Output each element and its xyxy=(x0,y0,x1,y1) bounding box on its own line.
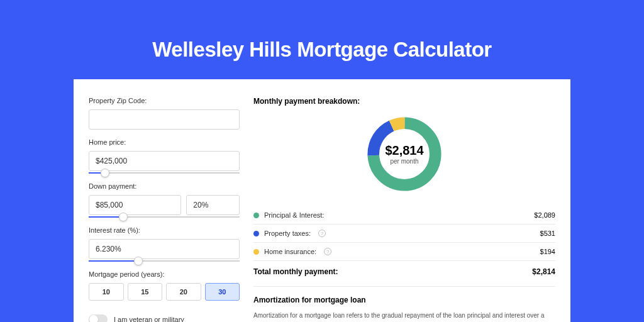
legend-label-insurance: Home insurance: xyxy=(264,248,316,255)
period-option-10[interactable]: 10 xyxy=(89,283,124,301)
interest-rate-slider[interactable] xyxy=(89,260,240,262)
home-price-slider[interactable] xyxy=(89,172,240,174)
veteran-toggle[interactable] xyxy=(89,314,108,322)
zip-label: Property Zip Code: xyxy=(89,97,240,104)
home-price-field: Home price: xyxy=(89,138,240,174)
legend-dot-principal xyxy=(253,213,259,218)
mortgage-period-field: Mortgage period (years): 10 15 20 30 xyxy=(89,270,240,301)
legend-row-principal: Principal & Interest: $2,089 xyxy=(253,206,555,224)
interest-rate-field: Interest rate (%): xyxy=(89,226,240,262)
down-payment-slider[interactable] xyxy=(89,216,240,218)
donut-center-value: $2,814 xyxy=(385,143,423,158)
down-payment-slider-thumb[interactable] xyxy=(119,213,128,221)
home-price-label: Home price: xyxy=(89,138,240,146)
total-value: $2,814 xyxy=(532,267,555,276)
veteran-toggle-knob xyxy=(89,315,98,322)
interest-rate-slider-thumb[interactable] xyxy=(134,257,143,265)
donut-center: $2,814 per month xyxy=(385,143,423,165)
period-option-15[interactable]: 15 xyxy=(128,283,163,301)
interest-rate-input[interactable] xyxy=(89,239,240,259)
home-price-input[interactable] xyxy=(89,151,240,171)
inputs-column: Property Zip Code: Home price: Down paym… xyxy=(89,97,240,322)
card-frame: Property Zip Code: Home price: Down paym… xyxy=(74,79,570,322)
breakdown-title: Monthly payment breakdown: xyxy=(253,97,555,106)
zip-field: Property Zip Code: xyxy=(89,97,240,130)
veteran-row: I am veteran or military xyxy=(89,314,240,322)
legend-value-principal: $2,089 xyxy=(534,211,555,219)
donut-chart: $2,814 per month xyxy=(253,113,555,195)
calculator-card: Property Zip Code: Home price: Down paym… xyxy=(74,79,570,322)
down-payment-amount-input[interactable] xyxy=(89,195,181,215)
home-price-slider-thumb[interactable] xyxy=(101,169,109,177)
amortization-body: Amortization for a mortgage loan refers … xyxy=(253,311,555,322)
info-icon[interactable]: ? xyxy=(318,230,326,237)
period-option-30[interactable]: 30 xyxy=(205,283,240,301)
amortization-section: Amortization for mortgage loan Amortizat… xyxy=(253,286,555,322)
period-option-20[interactable]: 20 xyxy=(166,283,201,301)
legend-row-taxes: Property taxes: ? $531 xyxy=(253,225,555,242)
mortgage-period-options: 10 15 20 30 xyxy=(89,283,240,301)
down-payment-label: Down payment: xyxy=(89,182,240,190)
page-title: Wellesley Hills Mortgage Calculator xyxy=(152,38,491,62)
donut-center-sub: per month xyxy=(385,158,423,165)
total-row: Total monthly payment: $2,814 xyxy=(253,261,555,286)
legend-row-insurance: Home insurance: ? $194 xyxy=(253,243,555,260)
total-label: Total monthly payment: xyxy=(253,267,338,276)
down-payment-percent-input[interactable] xyxy=(186,195,240,215)
legend-dot-taxes xyxy=(253,231,259,236)
breakdown-column: Monthly payment breakdown: $2,814 per mo… xyxy=(253,97,555,322)
interest-rate-label: Interest rate (%): xyxy=(89,226,240,234)
legend-dot-insurance xyxy=(253,249,259,255)
veteran-label: I am veteran or military xyxy=(114,316,184,322)
zip-input[interactable] xyxy=(89,109,240,130)
amortization-title: Amortization for mortgage loan xyxy=(253,296,555,304)
info-icon[interactable]: ? xyxy=(324,248,331,255)
legend-label-taxes: Property taxes: xyxy=(264,230,311,237)
legend-label-principal: Principal & Interest: xyxy=(264,211,324,219)
legend-value-insurance: $194 xyxy=(540,248,555,255)
mortgage-period-label: Mortgage period (years): xyxy=(89,270,240,278)
down-payment-field: Down payment: xyxy=(89,182,240,218)
legend-value-taxes: $531 xyxy=(540,230,555,237)
